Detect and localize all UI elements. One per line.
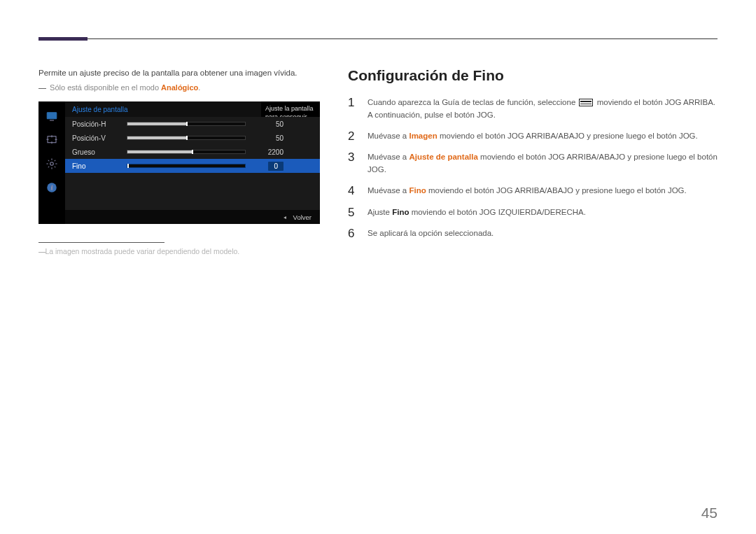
screen-adjust-icon (41, 129, 62, 150)
osd-row: Posición-V 50 (65, 131, 320, 145)
gear-icon (41, 153, 62, 174)
page-number: 45 (701, 505, 718, 521)
step-6: 6 Se aplicará la opción seleccionada. (348, 227, 718, 241)
svg-point-7 (50, 162, 54, 166)
step-1: 1 Cuando aparezca la Guía de teclas de f… (348, 97, 718, 122)
info-icon: i (41, 177, 62, 198)
back-label: Volver (293, 213, 312, 221)
mode-analog: Analógico (161, 83, 198, 92)
step-2: 2 Muévase a Imagen moviendo el botón JOG… (348, 130, 718, 143)
osd-footer: ◂ Volver (65, 210, 320, 224)
footnote: La imagen mostrada puede variar dependie… (38, 247, 320, 255)
osd-row: Grueso 2200 (65, 145, 320, 159)
step-3: 3 Muévase a Ajuste de pantalla moviendo … (348, 151, 718, 176)
step-5: 5 Ajuste Fino moviendo el botón JOG IZQU… (348, 206, 718, 220)
availability-note: Sólo está disponible en el modo Analógic… (38, 83, 320, 92)
step-4: 4 Muévase a Fino moviendo el botón JOG A… (348, 185, 718, 198)
back-arrow-icon: ◂ (284, 214, 286, 220)
osd-row-selected: Fino 0 (65, 159, 320, 173)
divider (38, 242, 164, 243)
menu-icon (579, 99, 593, 106)
osd-mockup: i Ajuste de pantalla Ajuste la pantalla … (38, 101, 320, 224)
monitor-icon (41, 106, 62, 127)
svg-rect-0 (47, 113, 57, 119)
section-heading: Configuración de Fino (348, 67, 718, 84)
osd-sidebar: i (38, 101, 65, 224)
osd-row: Posición-H 50 (65, 117, 320, 131)
intro-text: Permite un ajuste preciso de la pantalla… (38, 67, 320, 79)
